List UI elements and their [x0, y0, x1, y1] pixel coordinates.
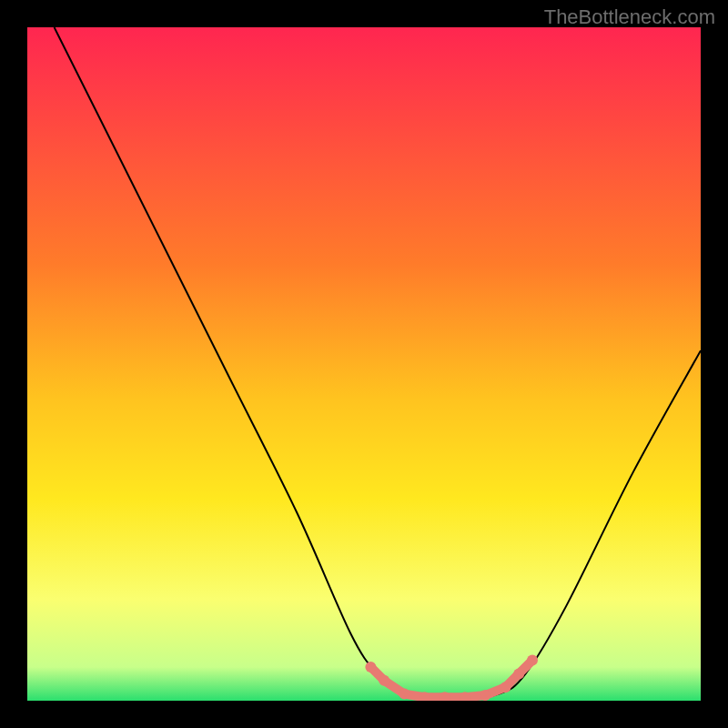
optimal-range-markers	[365, 655, 538, 701]
svg-point-8	[500, 682, 511, 693]
bottleneck-curve	[55, 27, 701, 701]
svg-point-3	[399, 689, 410, 700]
svg-point-1	[365, 662, 376, 672]
chart-curve-layer	[27, 27, 701, 701]
svg-point-10	[527, 655, 538, 666]
svg-point-9	[513, 668, 524, 679]
svg-point-7	[480, 690, 490, 701]
chart-plot-area	[27, 27, 701, 701]
watermark-text: TheBottleneck.com	[544, 5, 715, 29]
svg-point-2	[379, 675, 389, 686]
